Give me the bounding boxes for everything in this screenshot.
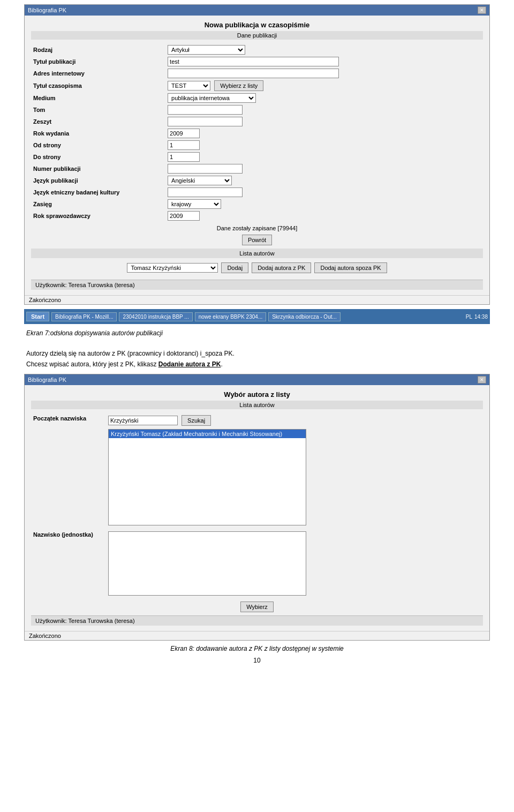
autor-select[interactable]: Tomasz Krzyżyński [127, 263, 218, 273]
field-od-strony-value [165, 139, 483, 151]
taskbar-item-1[interactable]: 23042010 instrukcja BBP ... [119, 312, 192, 321]
label-tytul-pub: Tytuł publikacji [31, 56, 165, 67]
dodaj-spoza-pk-button[interactable]: Dodaj autora spoza PK [314, 262, 387, 273]
label-adres: Adres internetowy [31, 67, 165, 79]
field-tom-value [165, 104, 483, 116]
screen1-titlebar: Bibliografia PK ✕ [25, 5, 489, 16]
lista-autorow-header: Lista autorów [31, 249, 483, 258]
screen1-close-button[interactable]: ✕ [478, 6, 486, 14]
list-item-0[interactable]: Krzyżyński Tomasz (Zakład Mechatroniki i… [109, 430, 306, 438]
label-medium: Medium [31, 92, 165, 104]
caption1-block: Ekran 7:odsłona dopisywania autorów publ… [24, 328, 490, 370]
label-nazwisko: Nazwisko (jednostka) [31, 527, 106, 597]
status-bar-screen1: Zakończono [25, 295, 489, 304]
taskbar-right: PL 14:38 [466, 314, 488, 320]
screen2-list-section: Lista autorów [31, 401, 483, 409]
saved-message: Dane zostały zapisane [79944] [31, 225, 483, 231]
author-listbox-bottom[interactable] [108, 531, 306, 596]
taskbar-item-2-label: nowe ekrany BBPK 2304... [199, 314, 263, 320]
screen1-title-left: Bibliografia PK [28, 7, 66, 13]
field-zeszyt: Zeszyt [31, 116, 483, 127]
label-tytul-czaso: Tytuł czasopisma [31, 79, 165, 92]
screen1-title-text: Bibliografia PK [28, 7, 66, 13]
label-jezyk-etno: Język etniczny badanej kultury [31, 186, 165, 198]
field-rok-wydania: Rok wydania [31, 127, 483, 139]
label-od-strony: Od strony [31, 139, 165, 151]
screen2-form: Początek nazwiska Szukaj Krzyżyński Toma… [31, 413, 483, 597]
caption2-text: Ekran 8: dodawanie autora z PK z listy d… [170, 645, 344, 652]
select-zasieg[interactable]: krajowy [168, 199, 221, 209]
field-jezyk-pub: Język publikacji Angielski [31, 175, 483, 186]
taskbar-item-2[interactable]: nowe ekrany BBPK 2304... [195, 312, 267, 321]
wybierz-button[interactable]: Wybierz [240, 602, 274, 612]
input-poczatek[interactable] [108, 416, 178, 425]
caption1-ekran: Ekran 7:odsłona dopisywania autorów publ… [26, 328, 488, 339]
field-zeszyt-value [165, 116, 483, 127]
screen2-close-button[interactable]: ✕ [478, 376, 486, 384]
input-do-strony[interactable] [168, 152, 200, 162]
select-tytul-czaso[interactable]: TEST [168, 81, 210, 91]
caption1-para2: Chcesz wpisać autora, który jest z PK, k… [26, 359, 488, 370]
field-nazwisko-value [106, 527, 483, 597]
szukaj-button[interactable]: Szukaj [182, 415, 211, 426]
input-tom[interactable] [168, 105, 243, 115]
field-rok-wydania-value [165, 127, 483, 139]
field-do-strony: Do strony [31, 151, 483, 163]
dodaj-button[interactable]: Dodaj [221, 262, 248, 273]
label-jezyk-pub: Język publikacji [31, 175, 165, 186]
taskbar-item-0[interactable]: Bibliografia PK - Mozill... [51, 312, 117, 321]
screen1-window: Bibliografia PK ✕ Nowa publikacja w czas… [24, 4, 490, 305]
caption1-para2-bold: Dodanie autora z PK [158, 360, 221, 368]
input-od-strony[interactable] [168, 140, 200, 150]
label-rok-spraw: Rok sprawozdawczy [31, 210, 165, 222]
field-od-strony: Od strony [31, 139, 483, 151]
field-zasieg-value: krajowy [165, 198, 483, 210]
screen2-window: Bibliografia PK ✕ Wybór autora z listy L… [24, 374, 490, 641]
input-jezyk-etno[interactable] [168, 187, 243, 197]
caption1-para1: Autorzy dzielą się na autorów z PK (prac… [26, 349, 488, 359]
taskbar: Start Bibliografia PK - Mozill... 230420… [24, 309, 490, 324]
input-rok-spraw[interactable] [168, 211, 200, 221]
field-adres: Adres internetowy [31, 67, 483, 79]
status-bar-screen2: Zakończono [25, 631, 489, 640]
field-poczatek: Początek nazwiska Szukaj [31, 413, 483, 427]
input-adres[interactable] [168, 69, 339, 78]
caption1-para2-pre: Chcesz wpisać autora, który jest z PK, k… [26, 360, 158, 368]
select-rodzaj[interactable]: Artykuł [168, 45, 245, 55]
screen1-dane-section: Dane publikacji [31, 31, 483, 40]
select-medium[interactable]: publikacja internetowa [168, 93, 256, 103]
label-rok-wydania: Rok wydania [31, 127, 165, 139]
screen2-body: Wybór autora z listy Lista autorów Począ… [25, 385, 489, 631]
field-tytul-pub: Tytuł publikacji [31, 56, 483, 67]
powrot-row: Powrót [31, 235, 483, 245]
field-medium: Medium publikacja internetowa [31, 92, 483, 104]
caption1-text: Ekran 7:odsłona dopisywania autorów publ… [26, 329, 163, 337]
powrot-button[interactable]: Powrót [242, 235, 272, 245]
author-listbox-top[interactable]: Krzyżyński Tomasz (Zakład Mechatroniki i… [108, 429, 306, 525]
input-rok-wydania[interactable] [168, 129, 200, 138]
input-numer-pub[interactable] [168, 164, 243, 174]
taskbar-time: 14:38 [474, 314, 488, 320]
dodaj-pk-button[interactable]: Dodaj autora z PK [252, 262, 311, 273]
taskbar-item-3[interactable]: Skrzynka odbiorcza - Out... [268, 312, 341, 321]
field-list-top-value: Krzyżyński Tomasz (Zakład Mechatroniki i… [106, 427, 483, 527]
label-tom: Tom [31, 104, 165, 116]
input-zeszyt[interactable] [168, 117, 243, 126]
field-jezyk-etno-value [165, 186, 483, 198]
field-numer-pub: Numer publikacji [31, 163, 483, 175]
field-jezyk-etno: Język etniczny badanej kultury [31, 186, 483, 198]
select-jezyk-pub[interactable]: Angielski [168, 176, 232, 185]
screen1-body: Nowa publikacja w czasopiśmie Dane publi… [25, 16, 489, 295]
wybierz-row: Wybierz [31, 602, 483, 612]
taskbar-item-1-label: 23042010 instrukcja BBP ... [123, 314, 188, 320]
user-bar-screen1: Użytkownik: Teresa Turowska (teresa) [31, 280, 483, 290]
autor-row: Tomasz Krzyżyński Dodaj Dodaj autora z P… [31, 260, 483, 275]
field-tom: Tom [31, 104, 483, 116]
label-zasieg: Zasięg [31, 198, 165, 210]
start-button[interactable]: Start [26, 312, 49, 321]
field-do-strony-value [165, 151, 483, 163]
wybierz-z-listy-button[interactable]: Wybierz z listy [214, 80, 263, 91]
input-tytul-pub[interactable] [168, 57, 339, 66]
field-rodzaj: Rodzaj Artykuł [31, 44, 483, 56]
taskbar-item-3-label: Skrzynka odbiorcza - Out... [272, 314, 337, 320]
